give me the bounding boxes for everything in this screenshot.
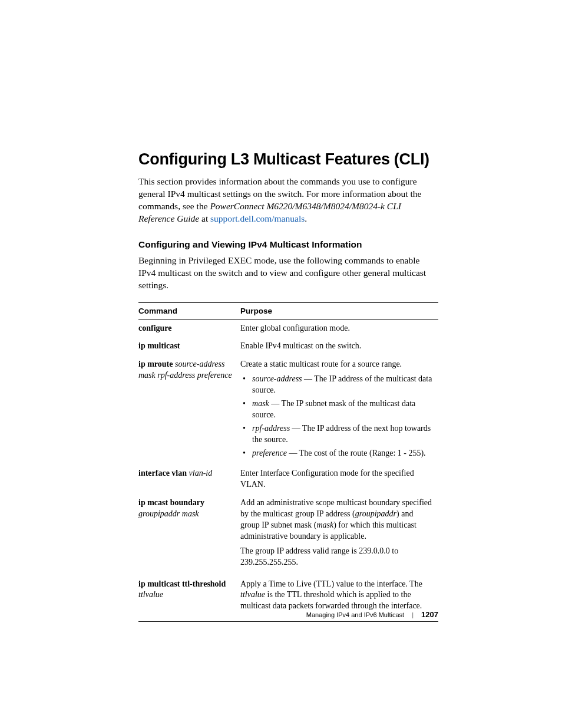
param-name: groupipaddr xyxy=(355,509,396,518)
purpose-text: Enter global configuration mode. xyxy=(240,324,350,332)
intro-text-3: . xyxy=(305,213,307,223)
purpose-text: Create a static multicast route for a so… xyxy=(240,360,402,368)
param-desc: — The cost of the route (Range: 1 - 255)… xyxy=(287,449,426,457)
cmd-keyword: ip mroute xyxy=(138,360,173,368)
table-row: interface vlan vlan-id Enter Interface C… xyxy=(138,465,438,494)
list-item: mask — The IP subnet mask of the multica… xyxy=(250,398,432,421)
cmd-keyword: ip mcast boundary xyxy=(138,498,204,507)
param-name: mask xyxy=(316,521,333,529)
cmd-keyword: ip multicast ttl-threshold xyxy=(138,579,226,588)
list-item: source-address — The IP address of the m… xyxy=(250,374,432,396)
purpose-text: is the TTL threshold which is applied to… xyxy=(240,590,422,610)
param-name: source-address xyxy=(252,374,302,383)
intro-text-2: at xyxy=(199,213,210,223)
param-desc: — The IP subnet mask of the multicast da… xyxy=(252,399,415,419)
cmd-arg: ttlvalue xyxy=(138,590,163,599)
purpose-text: Apply a Time to Live (TTL) value to the … xyxy=(240,579,422,588)
purpose-text: Enter Interface Configuration mode for t… xyxy=(240,469,414,489)
bullet-list: source-address — The IP address of the m… xyxy=(240,374,432,459)
page-footer: Managing IPv4 and IPv6 Multicast | 1207 xyxy=(138,610,438,619)
table-row: ip mcast boundary groupipaddr mask Add a… xyxy=(138,494,438,575)
footer-chapter: Managing IPv4 and IPv6 Multicast xyxy=(306,611,404,618)
table-row: ip multicast Enable IPv4 multicast on th… xyxy=(138,337,438,355)
section-heading: Configuring and Viewing IPv4 Multicast I… xyxy=(138,239,438,250)
cmd-keyword: configure xyxy=(138,324,172,332)
lead-paragraph: Beginning in Privileged EXEC mode, use t… xyxy=(138,255,438,292)
footer-sep: | xyxy=(412,611,414,618)
list-item: rpf-address — The IP address of the next… xyxy=(250,423,432,446)
param-name: rpf-address xyxy=(252,424,290,433)
th-purpose: Purpose xyxy=(240,302,438,319)
table-row: ip mroute source-address mask rpf-addres… xyxy=(138,355,438,465)
param-name: preference xyxy=(252,449,287,457)
footer-page-number: 1207 xyxy=(421,610,438,619)
cmd-keyword: interface vlan xyxy=(138,469,187,477)
intro-paragraph: This section provides information about … xyxy=(138,176,438,225)
param-name: mask xyxy=(252,399,269,408)
command-table: Command Purpose configure Enter global c… xyxy=(138,302,438,622)
cmd-arg: vlan-id xyxy=(187,469,212,477)
purpose-text: Enable IPv4 multicast on the switch. xyxy=(240,341,361,350)
table-row: configure Enter global configuration mod… xyxy=(138,319,438,337)
cmd-keyword: ip multicast xyxy=(138,341,180,350)
param-name: ttlvalue xyxy=(240,590,265,599)
manuals-link[interactable]: support.dell.com/manuals xyxy=(210,213,305,223)
cmd-arg: groupipaddr mask xyxy=(138,509,199,518)
page-title: Configuring L3 Multicast Features (CLI) xyxy=(138,150,438,169)
th-command: Command xyxy=(138,302,240,319)
purpose-text: The group IP address valid range is 239.… xyxy=(240,546,398,566)
list-item: preference — The cost of the route (Rang… xyxy=(250,448,432,459)
